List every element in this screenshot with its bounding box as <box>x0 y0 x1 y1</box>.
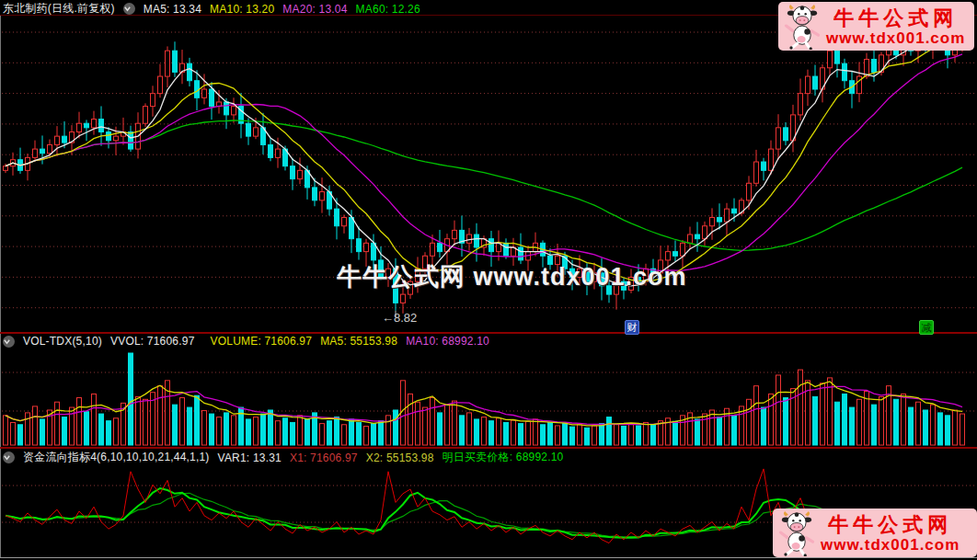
tomorrow-price-value: 明日买卖价格: 68992.10 <box>443 450 564 465</box>
stock-title: 东北制药(日线.前复权) <box>3 1 115 17</box>
ma20-value: MA20: 13.04 <box>282 3 347 16</box>
vvol-value: VVOL: 71606.97 <box>110 335 195 348</box>
volume-value: VOLUME: 71606.97 <box>211 335 313 348</box>
low-price-annotation: ←8.82 <box>382 311 417 325</box>
ma60-value: MA60: 12.26 <box>356 3 420 16</box>
volume-indicator-title: VOL-TDX(5,10) <box>23 335 102 348</box>
price-panel-header: 东北制药(日线.前复权) MA5: 13.34 MA10: 13.20 MA20… <box>3 1 420 17</box>
ma10-value: MA10: 13.20 <box>210 3 274 16</box>
cow-mascot-icon <box>776 510 818 556</box>
collapse-chevron-icon[interactable] <box>3 451 15 463</box>
ma5-value: MA5: 13.34 <box>144 3 201 16</box>
cow-mascot-icon <box>781 4 823 50</box>
event-marker-financial[interactable]: 财 <box>625 320 639 335</box>
volume-bars-layer <box>4 353 965 445</box>
x2-value: X2: 55153.98 <box>366 451 434 464</box>
indicator-title: 资金流向指标4(6,10,10,10,21,44,1,1) <box>23 450 210 465</box>
logo-site-name: 牛牛公式网 <box>833 6 958 29</box>
bottom-axis-line <box>0 557 977 558</box>
chevron-down-icon <box>3 337 11 346</box>
volume-ma5-value: MA5: 55153.98 <box>320 335 397 348</box>
collapse-chevron-icon[interactable] <box>3 336 15 348</box>
left-axis-line <box>0 16 1 557</box>
stock-app-window: 东北制药(日线.前复权) MA5: 13.34 MA10: 13.20 MA20… <box>0 0 977 560</box>
var1-value: VAR1: 13.31 <box>218 451 282 464</box>
site-logo-bottom: 牛牛公式网 www.tdx001.com <box>773 509 977 557</box>
site-logo-top: 牛牛公式网 www.tdx001.com <box>778 2 974 51</box>
event-marker-reduction[interactable]: 减 <box>919 320 934 335</box>
x1-value: X1: 71606.97 <box>290 451 358 464</box>
chevron-down-icon <box>3 453 11 462</box>
price-volume-divider <box>0 332 977 334</box>
volume-indicator-divider <box>0 447 977 449</box>
volume-panel-header: VOL-TDX(5,10) VVOL: 71606.97 VOLUME: 716… <box>3 335 489 348</box>
logo-site-name: 牛牛公式网 <box>828 513 952 536</box>
volume-ma10-value: MA10: 68992.10 <box>406 335 489 348</box>
indicator-panel-header: 资金流向指标4(6,10,10,10,21,44,1,1) VAR1: 13.3… <box>3 450 563 465</box>
collapse-chevron-icon[interactable] <box>123 3 135 15</box>
watermark-text: 牛牛公式网 www.tdx001.com <box>337 260 687 293</box>
chevron-down-icon <box>123 5 132 13</box>
logo-site-url: www.tdx001.com <box>826 29 965 47</box>
logo-site-url: www.tdx001.com <box>821 536 960 554</box>
